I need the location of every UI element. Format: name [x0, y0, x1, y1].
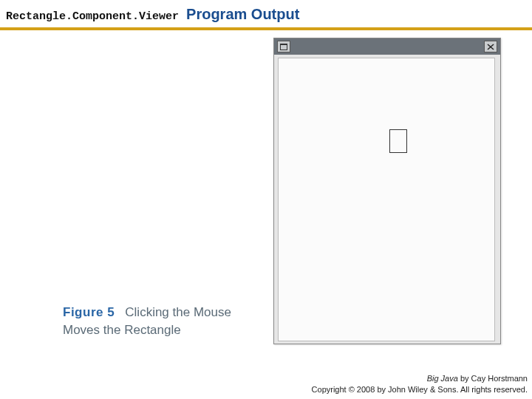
footer-copyright: Copyright © 2008 by John Wiley & Sons. A…	[312, 384, 528, 395]
slide-footer: Big Java by Cay Horstmann Copyright © 20…	[312, 373, 528, 395]
window-titlebar	[274, 38, 500, 55]
close-icon	[487, 44, 494, 50]
footer-byline: by Cay Horstmann	[458, 374, 528, 383]
slide-header: Rectangle.Component.Viewer Program Outpu…	[0, 0, 532, 30]
rectangle-shape	[389, 129, 407, 153]
content-area: Figure 5 Clicking the Mouse Moves the Re…	[0, 30, 532, 348]
figure-number: Figure 5	[63, 305, 115, 319]
program-window	[273, 38, 501, 344]
maximize-button[interactable]	[277, 41, 290, 52]
drawing-canvas[interactable]	[278, 58, 495, 341]
header-code-text: Rectangle.Component.Viewer	[6, 10, 179, 23]
figure-caption: Figure 5 Clicking the Mouse Moves the Re…	[63, 304, 262, 339]
footer-book-title: Big Java	[427, 374, 458, 383]
header-title: Program Output	[186, 6, 299, 23]
maximize-icon	[280, 44, 287, 50]
close-button[interactable]	[484, 41, 497, 52]
